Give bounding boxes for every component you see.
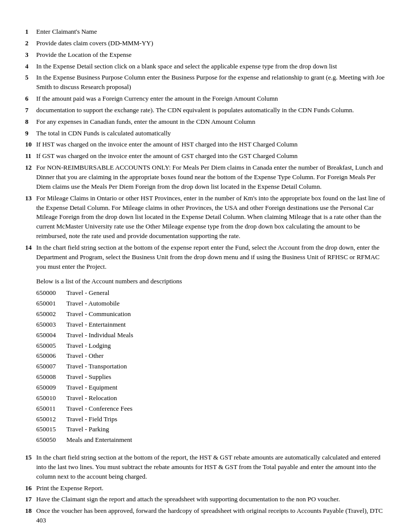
footnote-item: 18Once the voucher has been approved, fo… bbox=[25, 506, 386, 525]
instruction-item: 8For any expenses in Canadian funds, ent… bbox=[25, 117, 386, 127]
instructions-list: 1Enter Claimant's Name2Provide dates cla… bbox=[25, 27, 386, 445]
instruction-item: 1Enter Claimant's Name bbox=[25, 27, 386, 37]
instruction-item: 9The total in CDN Funds is calculated au… bbox=[25, 129, 386, 138]
instruction-text: In the chart field string section at the… bbox=[36, 243, 386, 272]
account-description: Travel - Equipment bbox=[66, 383, 386, 393]
account-number: 650003 bbox=[36, 320, 66, 330]
instruction-text: In the Expense Detail section click on a… bbox=[36, 62, 386, 71]
account-number: 650002 bbox=[36, 310, 66, 319]
account-number: 650005 bbox=[36, 341, 66, 351]
account-number: 650007 bbox=[36, 362, 66, 371]
account-description: Travel - Automobile bbox=[66, 299, 386, 309]
instruction-item: 5In the Expense Business Purpose Column … bbox=[25, 73, 386, 92]
instruction-item: 12For NON-REIMBURSABLE ACCOUNTS ONLY: Fo… bbox=[25, 163, 386, 192]
instruction-number: 2 bbox=[25, 39, 36, 48]
instruction-text: If the amount paid was a Foreign Currenc… bbox=[36, 94, 386, 104]
instruction-number: 14 bbox=[25, 243, 36, 272]
account-description: Meals and Entertainment bbox=[66, 435, 386, 445]
account-description: Travel - Transportation bbox=[66, 362, 386, 371]
instruction-item: 6If the amount paid was a Foreign Curren… bbox=[25, 94, 386, 104]
account-description: Travel - Other bbox=[66, 351, 386, 361]
account-number: 650010 bbox=[36, 394, 66, 403]
account-description: Travel - Relocation bbox=[66, 394, 386, 403]
instruction-number: 11 bbox=[25, 151, 36, 161]
account-number: 650008 bbox=[36, 372, 66, 382]
account-row: 650001Travel - Automobile bbox=[36, 299, 386, 309]
footnote-text: Print the Expense Report. bbox=[36, 484, 104, 493]
account-description: Travel - Supplies bbox=[66, 372, 386, 382]
footnote-item: 15In the chart field string section at t… bbox=[25, 453, 386, 482]
account-row: 650005Travel - Lodging bbox=[36, 341, 386, 351]
instruction-text: If GST was charged on the invoice enter … bbox=[36, 151, 386, 161]
account-number: 650015 bbox=[36, 425, 66, 434]
account-number: 650011 bbox=[36, 404, 66, 414]
account-row: 650000Travel - General bbox=[36, 288, 386, 298]
instruction-number: 12 bbox=[25, 163, 36, 192]
account-number: 650012 bbox=[36, 415, 66, 424]
instruction-text: For any expenses in Canadian funds, ente… bbox=[36, 117, 386, 127]
instruction-item: 2Provide dates claim covers (DD-MMM-YY) bbox=[25, 39, 386, 48]
instruction-number: 7 bbox=[25, 106, 36, 115]
account-description: Travel - Individual Meals bbox=[66, 331, 386, 340]
instruction-item: 10If HST was charged on the invoice ente… bbox=[25, 140, 386, 149]
instruction-number: 9 bbox=[25, 129, 36, 138]
account-row: 650002Travel - Communication bbox=[36, 310, 386, 319]
account-row: 650011Travel - Conference Fees bbox=[36, 404, 386, 414]
account-description: Travel - Parking bbox=[66, 425, 386, 434]
instruction-text: For NON-REIMBURSABLE ACCOUNTS ONLY: For … bbox=[36, 163, 386, 192]
account-number: 650001 bbox=[36, 299, 66, 309]
account-row: 650015Travel - Parking bbox=[36, 425, 386, 434]
instruction-text: documentation to support the exchange ra… bbox=[36, 106, 386, 115]
instruction-text: Enter Claimant's Name bbox=[36, 27, 386, 37]
footnote-text: Once the voucher has been approved, forw… bbox=[36, 506, 386, 525]
footnote-text: In the chart field string section at the… bbox=[36, 453, 386, 482]
instruction-number: 6 bbox=[25, 94, 36, 104]
instruction-item: 7documentation to support the exchange r… bbox=[25, 106, 386, 115]
account-description: Travel - Lodging bbox=[66, 341, 386, 351]
footnote-number: 18 bbox=[25, 506, 36, 525]
account-row: 650008Travel - Supplies bbox=[36, 372, 386, 382]
instruction-text: Provide dates claim covers (DD-MMM-YY) bbox=[36, 39, 386, 48]
footnote-number: 15 bbox=[25, 453, 36, 482]
account-row: 650007Travel - Transportation bbox=[36, 362, 386, 371]
instruction-text: For Mileage Claims in Ontario or other H… bbox=[36, 194, 386, 241]
instruction-text: Provide the Location of the Expense bbox=[36, 50, 386, 60]
instruction-number: 10 bbox=[25, 140, 36, 149]
instruction-text: In the Expense Business Purpose Column e… bbox=[36, 73, 386, 92]
footnote-item: 16Print the Expense Report. bbox=[25, 484, 386, 493]
account-number: 650050 bbox=[36, 435, 66, 445]
footnote-text: Have the Claimant sign the report and at… bbox=[36, 495, 340, 504]
instruction-item: 4In the Expense Detail section click on … bbox=[25, 62, 386, 71]
footnote-number: 16 bbox=[25, 484, 36, 493]
footnote-item: 17Have the Claimant sign the report and … bbox=[25, 495, 386, 504]
account-number: 650004 bbox=[36, 331, 66, 340]
account-row: 650003Travel - Entertainment bbox=[36, 320, 386, 330]
account-section: Below is a list of the Account numbers a… bbox=[36, 277, 386, 445]
account-description: Travel - Field Trips bbox=[66, 415, 386, 424]
instruction-number: 8 bbox=[25, 117, 36, 127]
account-number: 650006 bbox=[36, 351, 66, 361]
instruction-number: 13 bbox=[25, 194, 36, 241]
instruction-item: 3Provide the Location of the Expense bbox=[25, 50, 386, 60]
footnote-number: 17 bbox=[25, 495, 36, 504]
account-intro: Below is a list of the Account numbers a… bbox=[36, 277, 386, 285]
account-row: 650006Travel - Other bbox=[36, 351, 386, 361]
account-number: 650000 bbox=[36, 288, 66, 298]
instruction-text: If HST was charged on the invoice enter … bbox=[36, 140, 386, 149]
instruction-number: 5 bbox=[25, 73, 36, 92]
account-row: 650010Travel - Relocation bbox=[36, 394, 386, 403]
instruction-number: 4 bbox=[25, 62, 36, 71]
footnotes-list: 15In the chart field string section at t… bbox=[25, 453, 386, 525]
account-description: Travel - General bbox=[66, 288, 386, 298]
instruction-number: 3 bbox=[25, 50, 36, 60]
account-description: Travel - Communication bbox=[66, 310, 386, 319]
instruction-item: 14In the chart field string section at t… bbox=[25, 243, 386, 272]
account-row: 650009Travel - Equipment bbox=[36, 383, 386, 393]
instruction-text: The total in CDN Funds is calculated aut… bbox=[36, 129, 386, 138]
account-row: 650004Travel - Individual Meals bbox=[36, 331, 386, 340]
account-description: Travel - Conference Fees bbox=[66, 404, 386, 414]
account-number: 650009 bbox=[36, 383, 66, 393]
instruction-item: 11If GST was charged on the invoice ente… bbox=[25, 151, 386, 161]
account-row: 650050Meals and Entertainment bbox=[36, 435, 386, 445]
account-description: Travel - Entertainment bbox=[66, 320, 386, 330]
